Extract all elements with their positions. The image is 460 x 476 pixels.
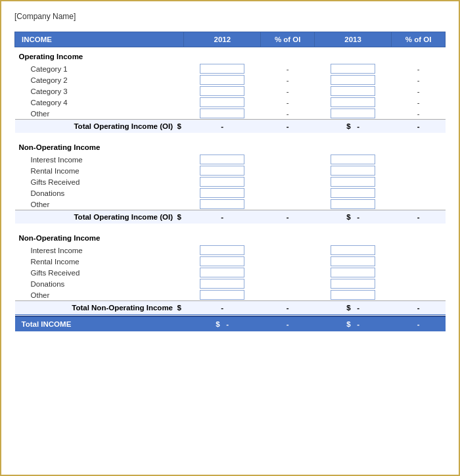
table-row: Interest Income [15,154,446,165]
cat1-2012-input[interactable] [200,64,244,74]
year-2013-header: 2013 [315,32,392,47]
rental2-2012-input[interactable] [200,256,244,266]
table-row: Category 3 - - [15,85,446,97]
cat2-2013-input[interactable] [331,75,375,85]
table-row: Category 1 - - [15,63,446,74]
other-op-2012-input[interactable] [200,108,244,118]
donations-2012-input[interactable] [200,188,244,198]
other-nonop2-2013-input[interactable] [331,290,375,300]
cat4-2013-input[interactable] [331,97,375,107]
pct-oi-2-header: % of OI [392,32,446,47]
year-2012-header: 2012 [184,32,261,47]
table-row: Donations [15,187,446,199]
income-header: INCOME [15,32,184,47]
total-non-operating-income-row: Total Non-Operating Income $ - - $ - - [15,301,446,315]
donations2-2012-input[interactable] [200,279,244,289]
rental-2013-input[interactable] [331,166,375,176]
gifts2-2013-input[interactable] [331,268,375,277]
other-op-2013-input[interactable] [331,108,375,118]
total-income-label: Total INCOME [15,316,184,331]
interest2-2012-input[interactable] [200,245,244,255]
total-operating-income-row-2: Total Operating Income (OI) $ - - $ - - [15,210,446,224]
table-row: Interest Income [15,245,446,256]
table-row: Gifts Received [15,176,446,187]
interest2-2013-input[interactable] [331,245,375,255]
cat1-2013-input[interactable] [331,64,375,74]
cat3-2013-input[interactable] [331,86,375,96]
cat3-2012-input[interactable] [200,86,244,96]
table-row: Other [15,199,446,210]
company-name: [Company Name] [14,12,446,21]
cat2-2012-input[interactable] [200,75,244,85]
pct-oi-1-header: % of OI [261,32,315,47]
non-operating-income-1-title: Non-Operating Income [15,138,446,154]
donations-2013-input[interactable] [331,188,375,198]
rental2-2013-input[interactable] [331,256,375,266]
other-nonop1-2013-input[interactable] [331,199,375,209]
cat4-2012-input[interactable] [200,97,244,107]
gifts-2012-input[interactable] [200,177,244,187]
table-row: Rental Income [15,256,446,267]
table-row: Other [15,289,446,301]
total-operating-income-row: Total Operating Income (OI) $ - - $ - - [15,120,446,133]
table-row: Rental Income [15,165,446,176]
table-row: Donations [15,278,446,289]
other-nonop1-2012-input[interactable] [200,199,244,209]
rental-2012-input[interactable] [200,166,244,176]
interest-2013-input[interactable] [331,155,375,164]
donations2-2013-input[interactable] [331,279,375,289]
non-operating-income-2-title: Non-Operating Income [15,229,446,245]
table-row: Category 2 - - [15,74,446,85]
table-row: Other - - [15,108,446,120]
total-income-row: Total INCOME $ - - $ - - [15,316,446,331]
table-header: INCOME 2012 % of OI 2013 % of OI [15,32,446,47]
gifts2-2012-input[interactable] [200,268,244,277]
gifts-2013-input[interactable] [331,177,375,187]
interest-2012-input[interactable] [200,155,244,164]
operating-income-title: Operating Income [15,47,446,64]
table-row: Category 4 - - [15,97,446,108]
other-nonop2-2012-input[interactable] [200,290,244,300]
table-row: Gifts Received [15,267,446,278]
